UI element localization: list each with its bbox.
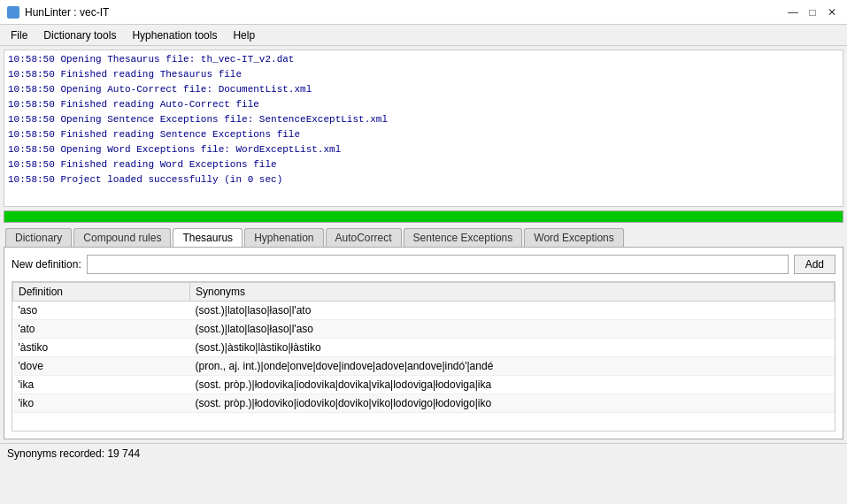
titlebar-title: HunLinter : vec-IT bbox=[25, 6, 109, 19]
cell-synonyms: (sost.)|àstiko|làstiko|łàstiko bbox=[190, 339, 835, 357]
log-line: 10:58:50 Finished reading Sentence Excep… bbox=[8, 127, 839, 142]
titlebar-left: HunLinter : vec-IT bbox=[7, 6, 109, 19]
menu-hyphenation-tools[interactable]: Hyphenation tools bbox=[125, 27, 224, 43]
main-content: New definition: Add Definition Synonyms … bbox=[4, 247, 843, 439]
cell-definition: 'dove bbox=[13, 357, 190, 376]
col-definition: Definition bbox=[13, 283, 190, 302]
log-line: 10:58:50 Finished reading Auto-Correct f… bbox=[8, 97, 839, 112]
cell-definition: 'iko bbox=[13, 394, 190, 413]
menu-help[interactable]: Help bbox=[226, 27, 262, 43]
menu-file[interactable]: File bbox=[4, 27, 35, 43]
status-bar: Synonyms recorded: 19 744 bbox=[0, 443, 847, 463]
log-line: 10:58:50 Finished reading Word Exception… bbox=[8, 157, 839, 172]
cell-synonyms: (pron., aj. int.)|onde|onve|dove|indove|… bbox=[190, 357, 835, 376]
tabs-container: Dictionary Compound rules Thesaurus Hyph… bbox=[0, 223, 847, 247]
def-table: Definition Synonyms 'aso(sost.)|lato|las… bbox=[12, 282, 835, 413]
menubar: File Dictionary tools Hyphenation tools … bbox=[0, 25, 847, 46]
cell-synonyms: (sost.)|lato|laso|łaso|l'ato bbox=[190, 302, 835, 320]
cell-definition: 'àstiko bbox=[13, 339, 190, 357]
new-def-row: New definition: Add bbox=[12, 255, 835, 274]
add-button[interactable]: Add bbox=[794, 255, 835, 274]
tab-word-exceptions[interactable]: Word Exceptions bbox=[524, 228, 624, 247]
col-synonyms: Synonyms bbox=[190, 283, 835, 302]
log-line: 10:58:50 Opening Sentence Exceptions fil… bbox=[8, 112, 839, 127]
status-count: 19 744 bbox=[107, 447, 140, 460]
table-wrapper[interactable]: Definition Synonyms 'aso(sost.)|lato|las… bbox=[12, 281, 835, 431]
tab-hyphenation[interactable]: Hyphenation bbox=[244, 228, 323, 247]
progress-bar-container bbox=[4, 210, 843, 223]
cell-synonyms: (sost. pròp.)|łodovika|iodovika|dovika|v… bbox=[190, 376, 835, 394]
table-row[interactable]: 'dove(pron., aj. int.)|onde|onve|dove|in… bbox=[13, 357, 835, 376]
tab-dictionary[interactable]: Dictionary bbox=[5, 228, 72, 247]
log-line: 10:58:50 Opening Word Exceptions file: W… bbox=[8, 142, 839, 157]
tab-compound-rules[interactable]: Compound rules bbox=[73, 228, 171, 247]
maximize-button[interactable]: □ bbox=[805, 4, 820, 20]
table-row[interactable]: 'iko(sost. pròp.)|łodoviko|iodoviko|dovi… bbox=[13, 394, 835, 413]
def-tbody: 'aso(sost.)|lato|laso|łaso|l'ato'ato(sos… bbox=[13, 302, 835, 413]
tab-thesaurus[interactable]: Thesaurus bbox=[173, 228, 243, 247]
app-icon bbox=[7, 6, 19, 19]
table-row[interactable]: 'ato(sost.)|lato|laso|łaso|l'aso bbox=[13, 320, 835, 339]
menu-dictionary-tools[interactable]: Dictionary tools bbox=[36, 27, 123, 43]
table-row[interactable]: 'aso(sost.)|lato|laso|łaso|l'ato bbox=[13, 302, 835, 320]
cell-synonyms: (sost. pròp.)|łodoviko|iodoviko|doviko|v… bbox=[190, 394, 835, 413]
log-line: 10:58:50 Project loaded successfully (in… bbox=[8, 172, 839, 187]
minimize-button[interactable]: — bbox=[785, 4, 801, 20]
table-row[interactable]: 'àstiko(sost.)|àstiko|làstiko|łàstiko bbox=[13, 339, 835, 357]
table-row[interactable]: 'ika(sost. pròp.)|łodovika|iodovika|dovi… bbox=[13, 376, 835, 394]
log-line: 10:58:50 Finished reading Thesaurus file bbox=[8, 67, 839, 82]
cell-definition: 'aso bbox=[13, 302, 190, 320]
close-button[interactable]: ✕ bbox=[824, 4, 840, 20]
progress-bar-fill bbox=[4, 211, 843, 222]
titlebar: HunLinter : vec-IT — □ ✕ bbox=[0, 0, 847, 25]
status-label: Synonyms recorded: bbox=[7, 447, 104, 460]
new-def-label: New definition: bbox=[12, 258, 81, 271]
new-def-input[interactable] bbox=[87, 255, 789, 274]
log-line: 10:58:50 Opening Thesaurus file: th_vec-… bbox=[8, 52, 839, 67]
log-line: 10:58:50 Opening Auto-Correct file: Docu… bbox=[8, 82, 839, 97]
cell-synonyms: (sost.)|lato|laso|łaso|l'aso bbox=[190, 320, 835, 339]
cell-definition: 'ato bbox=[13, 320, 190, 339]
tab-sentence-exceptions[interactable]: Sentence Exceptions bbox=[404, 228, 523, 247]
tab-autocorrect[interactable]: AutoCorrect bbox=[326, 228, 402, 247]
log-area[interactable]: 10:58:50 Opening Thesaurus file: th_vec-… bbox=[4, 50, 843, 207]
cell-definition: 'ika bbox=[13, 376, 190, 394]
titlebar-controls: — □ ✕ bbox=[785, 4, 840, 20]
